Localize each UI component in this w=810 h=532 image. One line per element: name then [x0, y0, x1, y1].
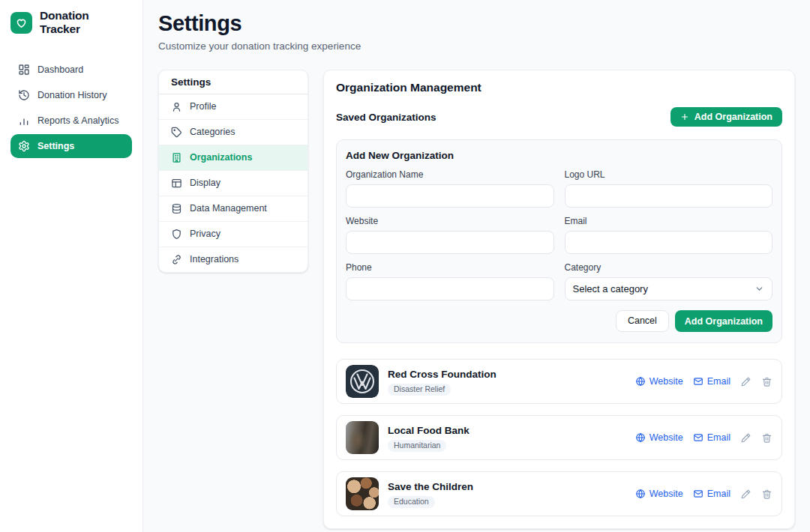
app-title: Donation Tracker: [40, 9, 132, 36]
bar-chart-icon: [18, 115, 30, 127]
tag-icon: [171, 127, 182, 138]
organization-info: Red Cross Foundation Disaster Relief: [388, 368, 496, 396]
organization-logo-children-photo: [346, 477, 379, 510]
website-link[interactable]: Website: [635, 432, 683, 444]
add-organization-form: Add New Organization Organization Name L…: [336, 139, 782, 343]
settings-nav-panel: Settings Profile Categories Organization…: [158, 70, 308, 273]
organization-actions: Website Email: [635, 432, 772, 444]
email-link[interactable]: Email: [693, 376, 730, 387]
website-link[interactable]: Website: [635, 376, 683, 387]
shield-icon: [171, 229, 182, 240]
organization-category-badge: Disaster Relief: [388, 384, 451, 396]
user-icon: [171, 101, 182, 112]
settings-nav-item-data-management[interactable]: Data Management: [159, 196, 308, 222]
page-title: Settings: [158, 11, 795, 36]
organization-row-local-food-bank: Local Food Bank Humanitarian Website Ema…: [336, 415, 782, 460]
sidebar-item-settings[interactable]: Settings: [10, 134, 132, 158]
organization-management-panel: Organization Management Saved Organizati…: [323, 70, 795, 529]
logo-url-input[interactable]: [565, 184, 773, 208]
sidebar-item-label: Donation History: [38, 90, 106, 100]
website-link-label: Website: [650, 376, 683, 387]
delete-organization-button[interactable]: [761, 489, 772, 500]
organization-name: Red Cross Foundation: [388, 368, 496, 381]
phone-input[interactable]: [346, 277, 554, 300]
cancel-button[interactable]: Cancel: [616, 310, 669, 332]
building-icon: [171, 152, 182, 163]
edit-organization-button[interactable]: [740, 432, 752, 444]
sidebar-item-reports-analytics[interactable]: Reports & Analytics: [10, 109, 132, 133]
add-organization-button[interactable]: Add Organization: [670, 107, 782, 127]
gear-icon: [18, 140, 30, 152]
heart-logo-icon: [10, 12, 32, 34]
organization-row-red-cross: Red Cross Foundation Disaster Relief Web…: [336, 359, 782, 404]
settings-nav-label: Integrations: [190, 253, 238, 266]
history-clock-icon: [18, 89, 30, 101]
edit-organization-button[interactable]: [740, 489, 752, 500]
organization-actions: Website Email: [635, 376, 772, 387]
submit-add-organization-button[interactable]: Add Organization: [675, 310, 772, 332]
website-label: Website: [346, 216, 554, 226]
globe-icon: [635, 432, 646, 443]
organization-category-badge: Humanitarian: [388, 440, 446, 452]
mail-icon: [693, 489, 704, 499]
website-link[interactable]: Website: [635, 489, 683, 500]
sidebar-item-dashboard[interactable]: Dashboard: [10, 58, 132, 82]
settings-nav-item-categories[interactable]: Categories: [159, 120, 308, 145]
database-icon: [171, 203, 182, 214]
organization-name: Save the Children: [388, 480, 473, 493]
pencil-icon: [740, 432, 752, 444]
saved-organizations-heading: Saved Organizations: [336, 112, 436, 123]
app-window: Donation Tracker Dashboard Donation Hist…: [0, 0, 810, 532]
trash-icon: [761, 376, 772, 387]
plus-icon: [680, 112, 689, 121]
sidebar-nav: Dashboard Donation History Reports & Ana…: [10, 58, 132, 158]
settings-nav-item-profile[interactable]: Profile: [159, 94, 308, 120]
app-brand: Donation Tracker: [10, 9, 132, 36]
main-content: Settings Customize your donation trackin…: [143, 0, 810, 532]
organization-logo-vw-emblem: [346, 365, 379, 398]
organization-category-badge: Education: [388, 496, 435, 508]
sidebar-item-label: Settings: [38, 141, 74, 151]
add-organization-button-label: Add Organization: [694, 112, 772, 122]
delete-organization-button[interactable]: [761, 376, 772, 387]
form-title: Add New Organization: [346, 150, 772, 161]
organization-name-input[interactable]: [346, 184, 554, 208]
sidebar-item-donation-history[interactable]: Donation History: [10, 83, 132, 107]
sidebar-item-label: Dashboard: [38, 64, 83, 75]
email-link-label: Email: [707, 489, 730, 500]
panel-title: Organization Management: [336, 81, 782, 94]
dashboard-grid-icon: [18, 64, 30, 76]
pencil-icon: [740, 376, 752, 387]
organization-info: Save the Children Education: [388, 480, 473, 508]
link-icon: [171, 254, 182, 265]
organization-name: Local Food Bank: [388, 424, 470, 437]
organizations-list: Red Cross Foundation Disaster Relief Web…: [336, 359, 782, 516]
settings-nav-label: Privacy: [190, 228, 220, 241]
logo-url-label: Logo URL: [565, 169, 773, 180]
settings-nav-label: Categories: [190, 126, 235, 139]
phone-label: Phone: [346, 262, 554, 273]
edit-organization-button[interactable]: [740, 376, 752, 387]
settings-nav-item-integrations[interactable]: Integrations: [159, 247, 308, 272]
settings-nav-item-display[interactable]: Display: [159, 171, 308, 196]
category-select[interactable]: Select a category: [565, 277, 773, 300]
email-link-label: Email: [707, 376, 730, 387]
globe-icon: [635, 489, 646, 499]
settings-nav-header: Settings: [159, 70, 308, 94]
settings-nav-label: Profile: [190, 100, 216, 113]
settings-nav-item-privacy[interactable]: Privacy: [159, 222, 308, 247]
website-input[interactable]: [346, 231, 554, 254]
settings-nav-label: Organizations: [190, 151, 252, 164]
pencil-icon: [740, 489, 752, 500]
email-input[interactable]: [565, 231, 773, 254]
settings-nav-item-organizations[interactable]: Organizations: [159, 145, 308, 171]
organization-row-save-the-children: Save the Children Education Website Emai…: [336, 471, 782, 516]
organization-info: Local Food Bank Humanitarian: [388, 424, 470, 452]
layout-icon: [171, 178, 182, 189]
delete-organization-button[interactable]: [761, 432, 772, 444]
globe-icon: [635, 376, 646, 387]
email-link[interactable]: Email: [693, 489, 730, 500]
email-label: Email: [565, 216, 773, 226]
settings-nav-label: Data Management: [190, 202, 267, 215]
email-link[interactable]: Email: [693, 432, 730, 444]
